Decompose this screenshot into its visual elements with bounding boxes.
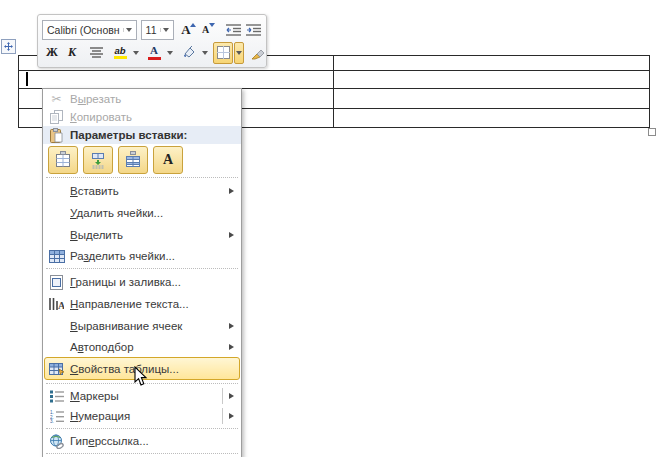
copy-icon <box>43 110 70 124</box>
menu-item-cut: ✂ Вырезать <box>43 89 241 108</box>
increase-indent-button[interactable] <box>244 19 264 41</box>
menu-item-borders-shading[interactable]: Границы и заливка... <box>43 271 241 293</box>
font-name-dropdown-icon[interactable] <box>123 28 134 32</box>
grow-font-button[interactable]: А <box>179 19 199 41</box>
menu-item-text-direction[interactable]: A Направление текста... <box>43 293 241 315</box>
font-color-dropdown[interactable] <box>165 42 175 64</box>
keep-text-only-icon: А <box>163 152 173 168</box>
paint-bucket-icon <box>182 46 197 59</box>
table-row-border <box>19 70 649 71</box>
mini-formatting-toolbar: Calibri (Основн 11 А А <box>37 14 267 68</box>
paste-options-header: Параметры вставки: <box>43 126 241 144</box>
submenu-arrow-icon <box>229 344 234 350</box>
borders-shading-icon <box>43 275 70 290</box>
decrease-indent-button[interactable] <box>224 19 244 41</box>
table-context-menu: ✂ Вырезать Копировать Параметры вставки: <box>42 88 242 457</box>
numbering-icon: 1.2.3. <box>43 410 70 423</box>
font-size-combobox[interactable]: 11 <box>141 20 174 40</box>
text-cursor <box>26 72 28 86</box>
menu-item-insert[interactable]: Вставить <box>43 180 241 202</box>
submenu-arrow-icon <box>229 232 234 238</box>
grow-arrow-icon <box>190 23 196 29</box>
svg-text:3.: 3. <box>50 419 54 423</box>
highlight-label: ab <box>114 46 125 56</box>
font-size-value: 11 <box>146 24 157 36</box>
paste-options-row: А <box>43 144 241 175</box>
format-painter-icon <box>251 46 265 60</box>
increase-indent-icon <box>246 24 261 36</box>
shading-button[interactable] <box>179 42 199 64</box>
font-name-combobox[interactable]: Calibri (Основн <box>42 20 137 40</box>
bullets-icon <box>43 390 70 403</box>
hyperlink-icon <box>43 434 70 449</box>
menu-item-select[interactable]: Выделить <box>43 224 241 246</box>
mouse-pointer <box>134 366 148 391</box>
text-highlight-button[interactable]: ab <box>110 42 130 64</box>
table-column-border <box>333 56 334 127</box>
font-color-button[interactable]: А <box>144 42 164 64</box>
menu-item-autofit[interactable]: Автоподбор <box>43 337 241 357</box>
highlight-color-bar <box>114 56 127 59</box>
shading-dropdown[interactable] <box>200 42 210 64</box>
submenu-arrow-icon <box>229 393 234 399</box>
split-button-divider <box>222 388 223 404</box>
bold-label: Ж <box>46 45 58 60</box>
table-properties-icon <box>43 363 70 376</box>
shrink-font-button[interactable]: А <box>199 19 219 41</box>
menu-item-cell-alignment[interactable]: Выравнивание ячеек <box>43 315 241 337</box>
italic-button[interactable]: К <box>62 42 82 64</box>
font-name-value: Calibri (Основн <box>47 24 120 36</box>
font-color-label: А <box>150 45 158 56</box>
center-align-button[interactable] <box>86 42 106 64</box>
split-cells-icon <box>43 250 70 263</box>
borders-icon <box>217 46 230 59</box>
font-size-dropdown-icon[interactable] <box>160 28 171 32</box>
submenu-arrow-icon <box>229 188 234 194</box>
menu-item-copy: Копировать <box>43 108 241 126</box>
center-align-icon <box>90 47 103 58</box>
table-resize-handle[interactable] <box>648 128 656 136</box>
split-button-divider <box>222 408 223 424</box>
menu-item-hyperlink[interactable]: Гиперссылка... <box>43 431 241 451</box>
menu-item-delete-cells[interactable]: Удалить ячейки... <box>43 202 241 224</box>
paste-insert-as-new-rows-button[interactable] <box>118 146 148 174</box>
merge-table-icon <box>89 151 107 169</box>
format-painter-button[interactable] <box>248 42 268 64</box>
submenu-arrow-icon <box>229 323 234 329</box>
toolbar-row-font: Calibri (Основн 11 А А <box>42 18 262 41</box>
text-highlight-dropdown[interactable] <box>131 42 141 64</box>
keep-source-formatting-icon <box>54 151 72 169</box>
borders-dropdown[interactable] <box>234 42 244 64</box>
menu-item-numbering[interactable]: 1.2.3. Нумерация <box>43 406 241 426</box>
shrink-font-label: А <box>202 24 209 35</box>
submenu-arrow-icon <box>229 413 234 419</box>
svg-text:A: A <box>58 300 64 311</box>
table-move-handle[interactable] <box>1 39 16 54</box>
insert-rows-icon <box>124 151 142 169</box>
text-direction-icon: A <box>43 297 70 311</box>
paste-icon <box>43 128 70 143</box>
paste-keep-text-only-button[interactable]: А <box>153 146 183 174</box>
menu-item-split-cells[interactable]: Разделить ячейки... <box>43 246 241 266</box>
paste-merge-table-button[interactable] <box>83 146 113 174</box>
toolbar-row-format: Ж К ab А <box>42 41 262 64</box>
menu-separator <box>43 451 241 456</box>
paste-keep-source-formatting-button[interactable] <box>48 146 78 174</box>
word-document-canvas: { "mini_toolbar": { "font_name_value": "… <box>0 0 659 457</box>
font-color-bar <box>148 57 161 60</box>
move-arrows-icon <box>4 42 13 51</box>
decrease-indent-icon <box>226 24 241 36</box>
shrink-arrow-icon <box>209 23 215 29</box>
bold-button[interactable]: Ж <box>42 42 62 64</box>
borders-button[interactable] <box>213 42 233 64</box>
italic-label: К <box>68 45 76 60</box>
scissors-icon: ✂ <box>43 92 70 106</box>
